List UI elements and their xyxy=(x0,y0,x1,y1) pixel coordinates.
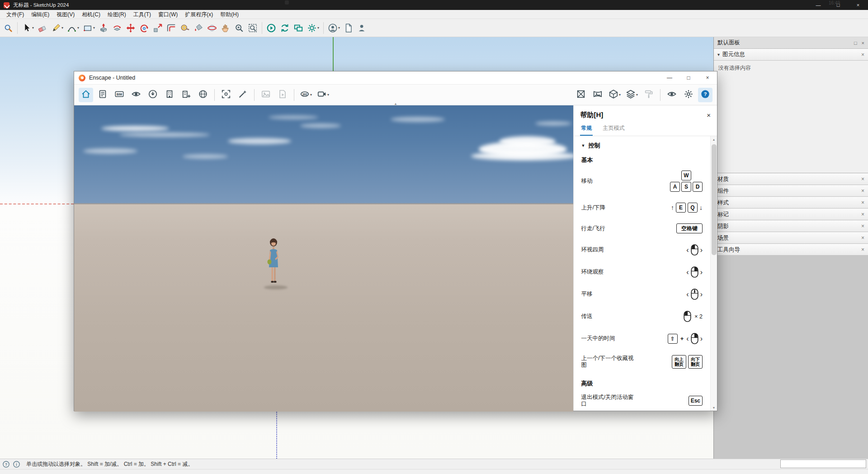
add-person-button[interactable] xyxy=(356,21,368,35)
account-button[interactable]: ▾ xyxy=(326,21,341,35)
help-tab-1[interactable]: 常规 xyxy=(580,122,593,136)
measurements-input[interactable] xyxy=(780,460,866,468)
eraser-button[interactable] xyxy=(36,21,49,35)
eye-button[interactable] xyxy=(129,88,143,102)
tray-panel-阴影[interactable]: 阴影× xyxy=(714,220,868,232)
roller-button[interactable] xyxy=(642,88,656,102)
menu-item[interactable]: 编辑(E) xyxy=(28,10,53,19)
scroll-down-icon[interactable]: ▼ xyxy=(711,404,717,411)
rotate-button[interactable] xyxy=(138,21,151,35)
zoom-extents-button[interactable] xyxy=(246,21,259,35)
panel-close-icon[interactable]: × xyxy=(861,188,864,194)
dropdown-arrow-icon[interactable]: ▾ xyxy=(93,26,95,30)
dropdown-arrow-icon[interactable]: ▾ xyxy=(636,93,638,97)
dropdown-arrow-icon[interactable]: ▾ xyxy=(317,26,319,30)
menu-item[interactable]: 绘图(R) xyxy=(104,10,130,19)
info-icon[interactable]: i xyxy=(13,461,20,468)
doc-play-button[interactable] xyxy=(275,88,290,102)
dropdown-arrow-icon[interactable]: ▾ xyxy=(77,26,79,30)
tape-measure-button[interactable] xyxy=(179,21,191,35)
notes-button[interactable] xyxy=(95,88,110,102)
enscape-views-button[interactable] xyxy=(292,21,305,35)
close-button[interactable]: × xyxy=(848,0,868,10)
menu-item[interactable]: 帮助(H) xyxy=(217,10,242,19)
help-tab-2[interactable]: 主页模式 xyxy=(602,122,625,136)
panel-close-icon[interactable]: × xyxy=(861,246,864,253)
entity-info-close-icon[interactable]: × xyxy=(861,52,864,58)
help-scrollbar[interactable]: ▲ ▼ xyxy=(710,136,717,411)
help-close-icon[interactable]: × xyxy=(707,111,711,119)
collapse-icon[interactable]: ▾ xyxy=(717,52,720,57)
push-pull-button[interactable] xyxy=(97,21,110,35)
menu-item[interactable]: 相机(C) xyxy=(78,10,104,19)
tray-close-icon[interactable]: × xyxy=(862,40,864,46)
tray-panel-场景[interactable]: 场景× xyxy=(714,232,868,244)
menu-item[interactable]: 窗口(W) xyxy=(155,10,181,19)
xray-button[interactable] xyxy=(574,88,588,102)
settings-button[interactable] xyxy=(681,88,696,102)
enscape-sync-button[interactable] xyxy=(278,21,291,35)
geolocation-icon[interactable]: ? xyxy=(3,461,9,468)
scroll-up-icon[interactable]: ▲ xyxy=(711,136,717,142)
rectangle-button[interactable]: ▾ xyxy=(81,21,96,35)
dropdown-arrow-icon[interactable]: ▾ xyxy=(338,26,340,30)
enscape-close-button[interactable]: × xyxy=(698,71,717,84)
arc-button[interactable]: ▾ xyxy=(66,21,80,35)
panel-close-icon[interactable]: × xyxy=(861,176,864,182)
frame-button[interactable] xyxy=(219,88,233,102)
menu-item[interactable]: 视图(V) xyxy=(53,10,78,19)
dropdown-arrow-icon[interactable]: ▾ xyxy=(619,93,621,97)
panorama-button[interactable] xyxy=(590,88,605,102)
dropdown-arrow-icon[interactable]: ▾ xyxy=(327,93,329,97)
follow-me-button[interactable] xyxy=(111,21,123,35)
pan-button[interactable] xyxy=(219,21,232,35)
line-button[interactable]: ▾ xyxy=(50,21,65,35)
building-plus-button[interactable] xyxy=(179,88,193,102)
panel-close-icon[interactable]: × xyxy=(861,199,864,206)
image-button[interactable] xyxy=(259,88,273,102)
panel-close-icon[interactable]: × xyxy=(861,235,864,241)
panel-close-icon[interactable]: × xyxy=(861,223,864,229)
bim-button[interactable]: BIM xyxy=(112,88,127,102)
cube-button[interactable]: ▾ xyxy=(607,88,622,102)
menu-item[interactable]: 文件(F) xyxy=(3,10,28,19)
pano360-button[interactable]: 360▾ xyxy=(298,88,313,102)
tray-restore-icon[interactable]: □ xyxy=(854,40,857,46)
dropdown-arrow-icon[interactable]: ▾ xyxy=(61,26,63,30)
taskbar-app-icon[interactable] xyxy=(285,0,289,5)
enscape-maximize-button[interactable]: □ xyxy=(679,71,698,84)
tray-panel-组件[interactable]: 组件× xyxy=(714,185,868,197)
panel-close-icon[interactable]: × xyxy=(861,211,864,218)
offset-button[interactable] xyxy=(165,21,178,35)
paint-bucket-button[interactable] xyxy=(192,21,205,35)
select-button[interactable]: ▾ xyxy=(20,21,35,35)
enscape-minimize-button[interactable]: — xyxy=(660,71,679,84)
download-button[interactable] xyxy=(146,88,160,102)
home-button[interactable] xyxy=(79,88,93,102)
dropdown-arrow-icon[interactable]: ▾ xyxy=(32,26,34,30)
scrollbar-thumb[interactable] xyxy=(712,144,717,255)
search-button[interactable] xyxy=(2,21,14,35)
menu-item[interactable]: 扩展程序(x) xyxy=(181,10,217,19)
tray-panel-材质[interactable]: 材质× xyxy=(714,173,868,185)
globe-button[interactable] xyxy=(196,88,210,102)
minimize-button[interactable]: — xyxy=(808,0,828,10)
tray-panel-样式[interactable]: 样式× xyxy=(714,197,868,209)
move-button[interactable] xyxy=(124,21,137,35)
scale-button[interactable] xyxy=(151,21,164,35)
building-button[interactable] xyxy=(162,88,177,102)
enscape-settings-button[interactable]: ▾ xyxy=(306,21,321,35)
zoom-button[interactable] xyxy=(233,21,245,35)
enscape-render-button[interactable] xyxy=(265,21,278,35)
eye-button[interactable] xyxy=(665,88,679,102)
video-button[interactable]: ▾ xyxy=(316,88,330,102)
entity-info-header[interactable]: ▾ 图元信息 × xyxy=(714,49,868,61)
enscape-render-viewport[interactable] xyxy=(74,105,573,412)
new-file-button[interactable] xyxy=(342,21,355,35)
dropdown-arrow-icon[interactable]: ▾ xyxy=(310,93,312,97)
help-button[interactable]: ? xyxy=(698,88,712,102)
orbit-button[interactable] xyxy=(206,21,218,35)
tray-panel-工具向导[interactable]: 工具向导× xyxy=(714,244,868,256)
layers-button[interactable]: ▾ xyxy=(624,88,639,102)
help-section-controls[interactable]: ▼ 控制 xyxy=(581,142,703,150)
